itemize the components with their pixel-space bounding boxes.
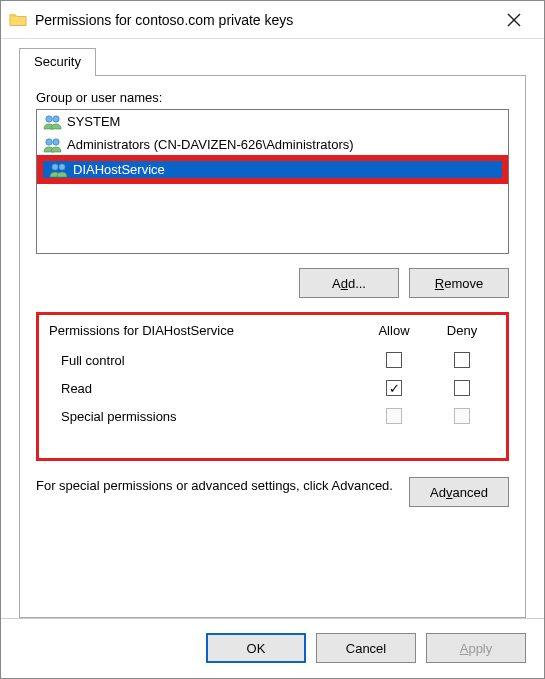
list-item-label: DIAHostService (73, 162, 165, 177)
list-item[interactable]: Administrators (CN-DAVIZEN-626\Administr… (37, 133, 508, 156)
permission-row: Special permissions (47, 402, 498, 430)
allow-checkbox[interactable] (386, 352, 402, 368)
list-item-label: Administrators (CN-DAVIZEN-626\Administr… (67, 137, 354, 152)
permission-name: Read (61, 381, 360, 396)
allow-column-header: Allow (360, 323, 428, 338)
add-button[interactable]: Add... (299, 268, 399, 298)
svg-point-4 (46, 138, 52, 144)
ok-button[interactable]: OK (206, 633, 306, 663)
permissions-dialog: Permissions for contoso.com private keys… (0, 0, 545, 679)
deny-checkbox[interactable] (454, 352, 470, 368)
titlebar: Permissions for contoso.com private keys (1, 1, 544, 39)
list-item-label: SYSTEM (67, 114, 120, 129)
svg-point-7 (59, 163, 65, 169)
permission-row: Full control (47, 346, 498, 374)
permission-row: Read (47, 374, 498, 402)
users-icon (49, 161, 69, 179)
advanced-text: For special permissions or advanced sett… (36, 477, 395, 495)
tab-security[interactable]: Security (19, 48, 96, 76)
svg-point-2 (46, 115, 52, 121)
permissions-header: Permissions for DIAHostService Allow Den… (47, 317, 498, 346)
cancel-button[interactable]: Cancel (316, 633, 416, 663)
allow-checkbox[interactable] (386, 380, 402, 396)
folder-icon (9, 12, 27, 27)
group-list-label: Group or user names:​ G (36, 90, 509, 105)
deny-checkbox[interactable] (454, 380, 470, 396)
content-area: Security Group or user names:​ G SYSTEMA… (1, 39, 544, 618)
deny-column-header: Deny (428, 323, 496, 338)
list-button-row: Add... Remove (36, 268, 509, 298)
svg-point-5 (53, 138, 59, 144)
permissions-box: Permissions for DIAHostService Allow Den… (36, 312, 509, 461)
users-icon (43, 113, 63, 131)
tab-strip: Security (19, 47, 526, 75)
deny-checkbox (454, 408, 470, 424)
security-panel: Group or user names:​ G SYSTEMAdministra… (19, 75, 526, 618)
group-listbox[interactable]: SYSTEMAdministrators (CN-DAVIZEN-626\Adm… (36, 109, 509, 254)
close-button[interactable] (494, 5, 534, 35)
list-item[interactable]: DIAHostService (40, 158, 505, 181)
apply-button[interactable]: Apply (426, 633, 526, 663)
window-title: Permissions for contoso.com private keys (35, 12, 494, 28)
advanced-button[interactable]: Advanced (409, 477, 509, 507)
svg-point-6 (52, 163, 58, 169)
users-icon (43, 136, 63, 154)
label-text: Group or user names: (36, 90, 162, 105)
permission-name: Full control (61, 353, 360, 368)
list-item[interactable]: SYSTEM (37, 110, 508, 133)
remove-button[interactable]: Remove (409, 268, 509, 298)
close-icon (507, 13, 521, 27)
svg-point-3 (53, 115, 59, 121)
permissions-for-label: Permissions for DIAHostService (49, 323, 360, 338)
dialog-footer: OK Cancel Apply (1, 618, 544, 678)
advanced-row: For special permissions or advanced sett… (36, 477, 509, 507)
allow-checkbox (386, 408, 402, 424)
permission-name: Special permissions (61, 409, 360, 424)
